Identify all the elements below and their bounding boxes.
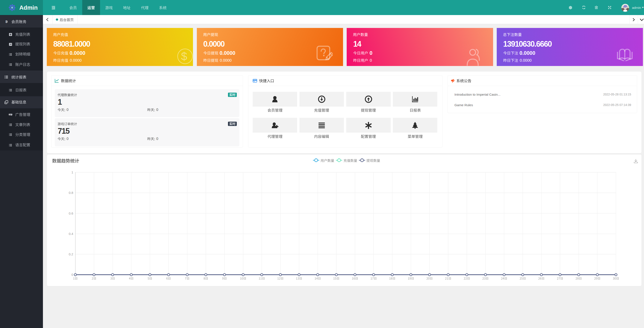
svg-text:0.4: 0.4 xyxy=(69,232,73,236)
svg-text:0.6: 0.6 xyxy=(69,212,73,215)
svg-text:0.8: 0.8 xyxy=(69,191,73,195)
svg-text:0: 0 xyxy=(72,273,73,276)
svg-text:A: A xyxy=(10,114,10,115)
svg-text:0.2: 0.2 xyxy=(69,252,73,256)
svg-text:1: 1 xyxy=(72,171,73,174)
svg-text:₿: ₿ xyxy=(5,20,8,23)
svg-text:D: D xyxy=(10,114,12,115)
